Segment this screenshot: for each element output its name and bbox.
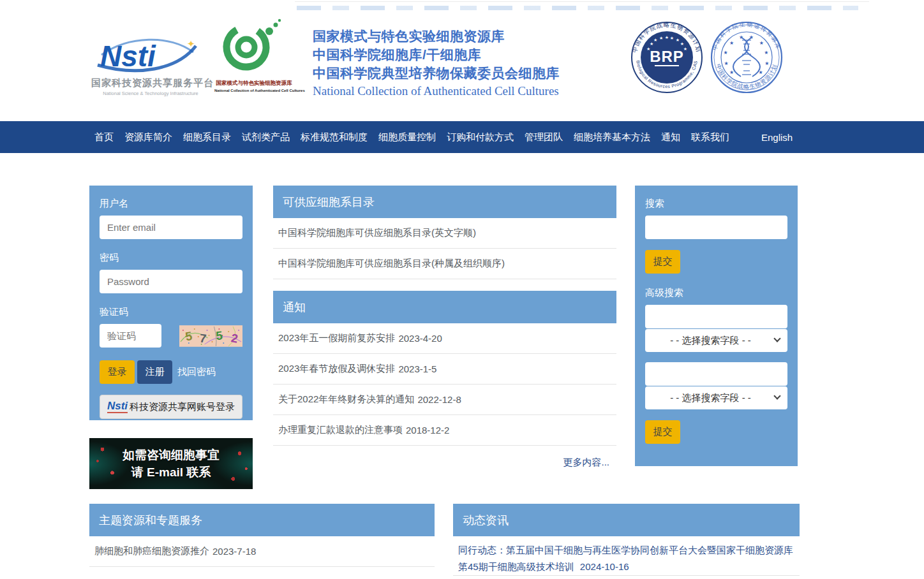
nav-item-ordering-payment[interactable]: 订购和付款方式: [447, 131, 514, 143]
notice-item[interactable]: 关于2022年年终财务决算的通知 2022-12-8: [273, 385, 616, 415]
nav-item-about[interactable]: 资源库简介: [124, 131, 172, 143]
search-submit-button[interactable]: 提交: [645, 250, 680, 274]
email-banner-line2: 请 E-mail 联系: [131, 464, 211, 481]
nsti-account-login-label: 科技资源共享网账号登录: [130, 401, 235, 413]
nav-item-reagents[interactable]: 试剂类产品: [242, 131, 290, 143]
email-contact-banner[interactable]: 如需咨询细胞事宜 请 E-mail 联系: [89, 438, 253, 489]
nsti-account-login-button[interactable]: Nsti 科技资源共享网账号登录: [100, 395, 242, 419]
search-panel: 搜索 提交 高级搜索 - - 选择搜索字段 - - - - 选择搜索字段 - -…: [635, 186, 798, 466]
forgot-password-link[interactable]: 找回密码: [177, 366, 216, 378]
notice-item-text: 2023年春节放假及调休安排: [278, 363, 395, 375]
nsti-subtitle-cn: 国家科技资源共享服务平台: [91, 77, 210, 89]
catalog-panel: 可供应细胞系目录 中国科学院细胞库可供应细胞系目录(英文字顺) 中国科学院细胞库…: [273, 186, 616, 279]
sparkle-icon: ✦: [187, 38, 195, 49]
nav-item-cell-catalog[interactable]: 细胞系目录: [183, 131, 231, 143]
nav-item-english[interactable]: English: [761, 121, 793, 153]
login-panel: 用户名 密码 验证码: [89, 186, 253, 420]
search-field-select-1[interactable]: - - 选择搜索字段 - -: [645, 329, 787, 352]
top-divider: [295, 1, 869, 2]
search-input[interactable]: [645, 216, 787, 239]
news-item-date: 2024-10-16: [580, 561, 629, 572]
topics-item-date: 2023-7-18: [212, 546, 256, 557]
notice-item-text: 关于2022年年终财务决算的通知: [278, 393, 414, 406]
catalog-item-species-order[interactable]: 中国科学院细胞库可供应细胞系目录(种属及组织顺序): [273, 249, 616, 279]
nsti-logo: Nsti ✦ 国家科技资源共享服务平台 National Science & T…: [91, 32, 210, 96]
cell-bank-caption-cn: 国家模式与特色实验细胞资源库: [214, 80, 294, 87]
username-label: 用户名: [100, 198, 242, 210]
notice-item-date: 2018-12-2: [406, 425, 449, 436]
notice-item[interactable]: 2023年春节放假及调休安排 2023-1-5: [273, 354, 616, 385]
captcha-label: 验证码: [100, 306, 242, 318]
news-item[interactable]: 同行动态：第五届中国干细胞与再生医学协同创新平台大会暨国家干细胞资源库第45期干…: [453, 536, 800, 576]
notice-item-text: 2023年五一假期前复苏安排: [278, 332, 395, 344]
advanced-search-input-1[interactable]: [645, 305, 787, 328]
advanced-search-input-2[interactable]: [645, 362, 787, 386]
site-title-english: National Collection of Authenticated Cel…: [313, 84, 593, 98]
news-panel-title: 动态资讯: [453, 504, 800, 536]
notice-item-date: 2022-12-8: [417, 394, 461, 405]
dna-seal: 中国科学院生物遗传资源库 中国科学院战略生物资源计划 ★★ ★★ ★★ ★★ ★…: [710, 21, 783, 94]
catalog-item-english-order[interactable]: 中国科学院细胞库可供应细胞系目录(英文字顺): [273, 218, 616, 249]
email-banner-line1: 如需咨询细胞事宜: [123, 446, 220, 464]
nav-item-notices[interactable]: 通知: [661, 131, 680, 143]
site-title: 国家模式与特色实验细胞资源库 中国科学院细胞库/干细胞库 中国科学院典型培养物保…: [313, 27, 593, 98]
notice-item[interactable]: 办理重复汇款退款的注意事项 2018-12-2: [273, 415, 616, 446]
nav-item-home[interactable]: 首页: [94, 131, 114, 143]
brp-seal: ★★★ ★★★ ★★★ BRP 中国科学院战略生物资源计划 Biological…: [630, 21, 703, 94]
advanced-search-submit-button[interactable]: 提交: [645, 420, 680, 444]
notice-panel: 通知 2023年五一假期前复苏安排 2023-4-20 2023年春节放假及调休…: [273, 291, 616, 446]
chevron-down-icon: [773, 392, 780, 399]
captcha-digit-2: 7: [199, 331, 207, 345]
nav-item-culture-methods[interactable]: 细胞培养基本方法: [574, 131, 650, 143]
topics-item[interactable]: 肺细胞和肺癌细胞资源推介 2023-7-18: [89, 536, 435, 567]
search-field-select-2[interactable]: - - 选择搜索字段 - -: [645, 386, 787, 409]
more-content-link[interactable]: 更多内容...: [273, 457, 616, 469]
nav-item-team[interactable]: 管理团队: [525, 131, 563, 143]
nav-item-contact[interactable]: 联系我们: [691, 131, 729, 143]
page: Nsti ✦ 国家科技资源共享服务平台 National Science & T…: [0, 0, 924, 579]
site-title-line3: 中国科学院典型培养物保藏委员会细胞库: [313, 64, 593, 82]
username-input[interactable]: [100, 216, 242, 239]
search-field-select-1-value: - - 选择搜索字段 - -: [670, 335, 751, 347]
catalog-panel-title: 可供应细胞系目录: [273, 186, 616, 218]
captcha-input[interactable]: [100, 324, 161, 348]
login-button[interactable]: 登录: [100, 360, 135, 384]
notice-item[interactable]: 2023年五一假期前复苏安排 2023-4-20: [273, 323, 616, 354]
topics-item-text: 肺细胞和肺癌细胞资源推介: [94, 545, 209, 557]
site-title-line1: 国家模式与特色实验细胞资源库: [313, 27, 593, 45]
topics-panel-title: 主题资源和专题服务: [89, 504, 435, 536]
notice-item-date: 2023-4-20: [398, 333, 442, 344]
cell-bank-logo-graphic: [214, 18, 294, 77]
advanced-search-label: 高级搜索: [645, 287, 787, 299]
notice-item-text: 办理重复汇款退款的注意事项: [278, 424, 403, 436]
notice-panel-title: 通知: [273, 291, 616, 323]
main-nav: 首页 资源库简介 细胞系目录 试剂类产品 标准规范和制度 细胞质量控制 订购和付…: [0, 121, 924, 153]
register-button[interactable]: 注册: [137, 360, 172, 384]
cell-bank-logo: 国家模式与特色实验细胞资源库 National Collection of Au…: [214, 18, 294, 92]
captcha-digit-3: 5: [215, 328, 223, 342]
captcha-image[interactable]: 5 7 5 2: [179, 325, 242, 347]
chevron-down-icon: [773, 335, 780, 342]
clipped-text-banner: [297, 6, 858, 10]
brp-acronym: BRP: [650, 48, 684, 65]
topics-panel: 主题资源和专题服务 肺细胞和肺癌细胞资源推介 2023-7-18: [89, 504, 435, 567]
nsti-subtitle-en: National Science & Technology Infrastruc…: [91, 91, 210, 96]
search-field-select-2-value: - - 选择搜索字段 - -: [670, 392, 751, 404]
password-label: 密码: [100, 252, 242, 264]
notice-item-date: 2023-1-5: [398, 363, 436, 374]
cell-bank-caption-en: National Collection of Authenticated Cel…: [214, 89, 294, 92]
password-input[interactable]: [100, 270, 242, 293]
nav-item-quality-control[interactable]: 细胞质量控制: [378, 131, 436, 143]
nsti-logo-graphic: Nsti ✦: [91, 32, 210, 74]
nav-item-standards[interactable]: 标准规范和制度: [301, 131, 368, 143]
news-panel: 动态资讯 同行动态：第五届中国干细胞与再生医学协同创新平台大会暨国家干细胞资源库…: [453, 504, 800, 576]
site-title-line2: 中国科学院细胞库/干细胞库: [313, 45, 593, 64]
nsti-mini-logo: Nsti: [107, 400, 128, 413]
search-label: 搜索: [645, 198, 787, 210]
